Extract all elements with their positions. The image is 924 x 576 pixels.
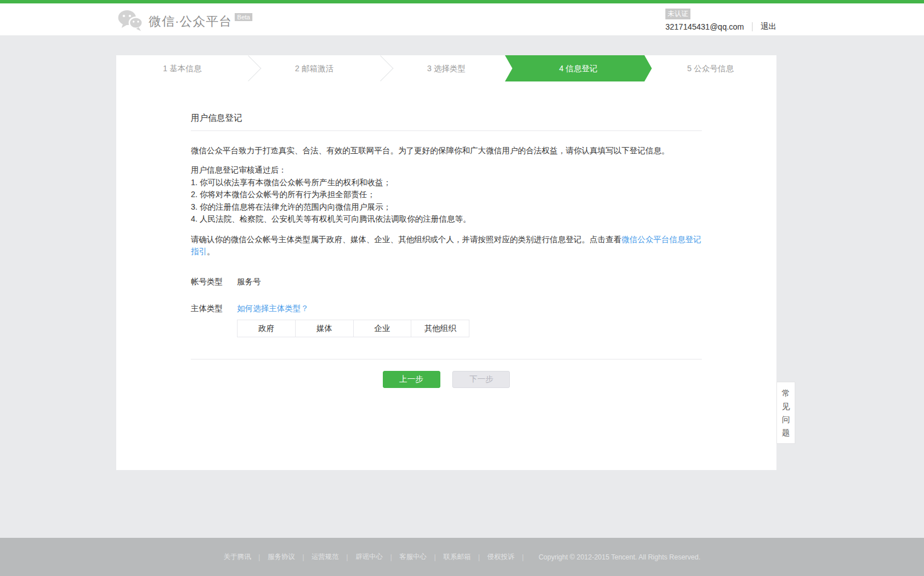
content-area: 用户信息登记 微信公众平台致力于打造真实、合法、有效的互联网平台。为了更好的保障… xyxy=(191,113,702,388)
subject-type-row: 主体类型 如何选择主体类型？ xyxy=(191,304,702,314)
list-item: 1. 你可以依法享有本微信公众帐号所产生的权利和收益； xyxy=(191,177,702,189)
faq-char: 题 xyxy=(782,428,790,436)
account-type-label: 帐号类型 xyxy=(191,277,237,287)
header-brand: 微信·公众平台 Beta xyxy=(118,9,252,34)
tab-media[interactable]: 媒体 xyxy=(296,320,354,337)
button-row: 上一步 下一步 xyxy=(191,371,702,388)
section-title: 用户信息登记 xyxy=(191,113,702,131)
account-email: 3217145431@qq.com xyxy=(665,22,744,31)
step-choose-type: 3 选择类型 xyxy=(381,55,513,81)
intro-paragraph: 微信公众平台致力于打造真实、合法、有效的互联网平台。为了更好的保障你和广大微信用… xyxy=(191,145,702,157)
faq-char: 见 xyxy=(782,402,790,410)
footer-link-contact-email[interactable]: 联系邮箱 xyxy=(443,552,471,562)
footer-link-service-agreement[interactable]: 服务协议 xyxy=(268,552,295,562)
content-divider xyxy=(191,359,702,360)
footer-link-operation-rules[interactable]: 运营规范 xyxy=(312,552,339,562)
list-item: 3. 你的注册信息将在法律允许的范围内向微信用户展示； xyxy=(191,201,702,214)
confirm-text-end: 。 xyxy=(207,247,215,256)
prev-step-button[interactable]: 上一步 xyxy=(383,371,440,388)
account-area: 未认证 3217145431@qq.com 退出 xyxy=(665,8,776,32)
account-type-value: 服务号 xyxy=(237,277,261,287)
footer-link-infringement-complaint[interactable]: 侵权投诉 xyxy=(487,552,514,562)
logout-link[interactable]: 退出 xyxy=(761,22,776,32)
step-email-activation: 2 邮箱激活 xyxy=(248,55,381,81)
list-item: 4. 人民法院、检察院、公安机关等有权机关可向腾讯依法调取你的注册信息等。 xyxy=(191,213,702,226)
faq-char: 常 xyxy=(782,389,790,397)
faq-char: 问 xyxy=(782,415,790,423)
confirm-paragraph: 请确认你的微信公众帐号主体类型属于政府、媒体、企业、其他组织或个人，并请按照对应… xyxy=(191,234,702,258)
audit-list-intro: 用户信息登记审核通过后： xyxy=(191,164,702,177)
footer-separator: | xyxy=(390,553,392,561)
page-title: 微信·公众平台 xyxy=(149,13,232,30)
wechat-logo-icon xyxy=(118,9,143,34)
footer-separator: | xyxy=(302,553,304,561)
verification-status-badge: 未认证 xyxy=(665,9,690,19)
footer-link-about-tencent[interactable]: 关于腾讯 xyxy=(224,552,251,562)
header: 微信·公众平台 Beta 未认证 3217145431@qq.com 退出 xyxy=(0,3,924,35)
faq-side-tab[interactable]: 常 见 问 题 xyxy=(776,382,795,444)
subject-type-tabs: 政府 媒体 企业 其他组织 xyxy=(237,320,469,337)
step-account-info: 5 公众号信息 xyxy=(644,55,776,81)
beta-badge: Beta xyxy=(235,13,252,21)
footer-separator: | xyxy=(346,553,348,561)
next-step-button[interactable]: 下一步 xyxy=(452,371,510,388)
footer-separator: | xyxy=(522,553,524,561)
header-divider xyxy=(752,22,753,31)
confirm-text: 请确认你的微信公众帐号主体类型属于政府、媒体、企业、其他组织或个人，并请按照对应… xyxy=(191,235,622,244)
copyright-text: Copyright © 2012-2015 Tencent. All Right… xyxy=(538,553,700,561)
tab-government[interactable]: 政府 xyxy=(237,320,296,337)
subject-type-help-link[interactable]: 如何选择主体类型？ xyxy=(237,304,309,314)
footer-separator: | xyxy=(259,553,260,561)
main-card: 1 基本信息 2 邮箱激活 3 选择类型 4 信息登记 5 公众号信息 用户信息… xyxy=(116,55,776,470)
list-item: 2. 你将对本微信公众帐号的所有行为承担全部责任； xyxy=(191,189,702,201)
tab-enterprise[interactable]: 企业 xyxy=(354,320,412,337)
step-info-registration-active: 4 信息登记 xyxy=(512,55,644,81)
account-type-row: 帐号类型 服务号 xyxy=(191,277,702,287)
footer-link-rumor-center[interactable]: 辟谣中心 xyxy=(355,552,383,562)
subject-type-label: 主体类型 xyxy=(191,304,237,314)
footer-separator: | xyxy=(434,553,436,561)
tab-other-organization[interactable]: 其他组织 xyxy=(411,320,469,337)
wizard-steps: 1 基本信息 2 邮箱激活 3 选择类型 4 信息登记 5 公众号信息 xyxy=(116,55,776,81)
footer-separator: | xyxy=(478,553,480,561)
footer: 关于腾讯 | 服务协议 | 运营规范 | 辟谣中心 | 客服中心 | 联系邮箱 … xyxy=(0,538,924,576)
step-basic-info: 1 基本信息 xyxy=(116,55,248,81)
footer-link-customer-service[interactable]: 客服中心 xyxy=(399,552,427,562)
audit-list: 用户信息登记审核通过后： 1. 你可以依法享有本微信公众帐号所产生的权利和收益；… xyxy=(191,164,702,226)
